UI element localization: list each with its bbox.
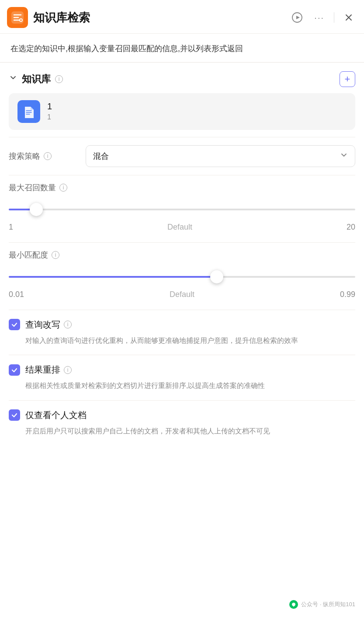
max-recall-track <box>9 209 355 210</box>
knowledge-info-icon[interactable]: i <box>55 75 63 83</box>
more-button[interactable]: ··· <box>312 11 326 24</box>
min-match-max: 0.99 <box>340 290 355 299</box>
result-rerank-desc: 根据相关性或质量对检索到的文档切片进行重新排序,以提高生成答案的准确性 <box>9 380 355 391</box>
max-recall-label-row: 最大召回数量 i <box>9 182 355 193</box>
max-recall-slider[interactable] <box>9 201 355 218</box>
min-match-thumb[interactable] <box>210 270 223 283</box>
query-rewrite-header: 查询改写 i <box>9 319 355 331</box>
personal-docs-title: 仅查看个人文档 <box>25 409 87 421</box>
knowledge-section-header: 知识库 i + <box>9 63 355 93</box>
query-rewrite-title: 查询改写 i <box>25 319 72 331</box>
knowledge-item[interactable]: 1 1 <box>9 93 355 130</box>
query-rewrite-checkbox[interactable] <box>9 319 20 330</box>
add-knowledge-button[interactable]: + <box>340 71 355 87</box>
max-recall-info-icon[interactable]: i <box>59 184 67 192</box>
page-title: 知识库检索 <box>33 10 284 25</box>
min-match-values: 0.01 Default 0.99 <box>9 290 355 299</box>
max-recall-section: 最大召回数量 i 1 Default 20 <box>9 175 355 242</box>
query-rewrite-desc: 对输入的查询语句进行优化重构，从而能够更准确地捕捉用户意图，提升信息检索的效率 <box>9 335 355 346</box>
min-match-default: Default <box>170 290 194 299</box>
max-recall-label: 最大召回数量 <box>9 182 56 193</box>
knowledge-item-icon <box>17 100 40 123</box>
search-strategy-value: 混合 <box>93 151 109 161</box>
personal-docs-header: 仅查看个人文档 <box>9 409 355 421</box>
result-rerank-section: 结果重排 i 根据相关性或质量对检索到的文档切片进行重新排序,以提高生成答案的准… <box>9 355 355 400</box>
personal-docs-checkbox[interactable] <box>9 409 20 421</box>
query-rewrite-section: 查询改写 i 对输入的查询语句进行优化重构，从而能够更准确地捕捉用户意图，提升信… <box>9 310 355 355</box>
min-match-slider[interactable] <box>9 268 355 286</box>
knowledge-name: 1 <box>47 101 52 112</box>
header: 知识库检索 ··· <box>0 0 364 34</box>
result-rerank-header: 结果重排 i <box>9 364 355 376</box>
collapse-chevron-icon[interactable] <box>9 73 17 84</box>
main-content: 知识库 i + 1 1 搜索策略 i 混合 <box>0 63 364 446</box>
min-match-section: 最小匹配度 i 0.01 Default 0.99 <box>9 242 355 310</box>
personal-docs-desc: 开启后用户只可以搜索用户自己上传的文档，开发者和其他人上传的文档不可见 <box>9 426 355 437</box>
dropdown-arrow-icon <box>340 151 348 161</box>
min-match-label: 最小匹配度 <box>9 250 48 260</box>
description: 在选定的知识中,根据输入变量召回最匹配的信息,并以列表形式返回 <box>0 34 364 63</box>
watermark: 公众号 · 纵所周知101 <box>289 600 355 609</box>
max-recall-range: 1 Default 20 <box>9 223 355 232</box>
close-button[interactable] <box>342 11 355 24</box>
search-strategy-label: 搜索策略 i <box>9 151 79 161</box>
header-actions: ··· <box>290 10 355 25</box>
svg-marker-3 <box>296 16 300 19</box>
result-rerank-checkbox[interactable] <box>9 364 20 376</box>
personal-docs-section: 仅查看个人文档 开启后用户只可以搜索用户自己上传的文档，开发者和其他人上传的文档… <box>9 400 355 446</box>
play-button[interactable] <box>290 10 305 25</box>
max-recall-default: Default <box>167 223 192 232</box>
result-rerank-title: 结果重排 i <box>25 364 72 376</box>
min-match-min: 0.01 <box>9 290 24 299</box>
knowledge-section-title: 知识库 <box>22 73 51 86</box>
search-strategy-control: 混合 <box>86 145 355 167</box>
watermark-text: 公众号 · 纵所周知101 <box>301 601 355 608</box>
result-rerank-info-icon[interactable]: i <box>64 366 72 374</box>
max-recall-values: 1 Default 20 <box>9 223 355 232</box>
query-rewrite-info-icon[interactable]: i <box>64 321 72 328</box>
max-recall-max: 20 <box>347 223 355 232</box>
header-divider <box>334 12 334 23</box>
search-strategy-info-icon[interactable]: i <box>44 152 52 160</box>
max-recall-thumb[interactable] <box>30 203 43 216</box>
section-header-left: 知识库 i <box>9 73 63 86</box>
knowledge-info: 1 1 <box>47 101 52 121</box>
search-strategy-dropdown[interactable]: 混合 <box>86 145 355 167</box>
app-logo <box>7 7 28 28</box>
min-match-label-row: 最小匹配度 i <box>9 250 355 260</box>
min-match-range: 0.01 Default 0.99 <box>9 290 355 299</box>
search-strategy-row: 搜索策略 i 混合 <box>9 137 355 175</box>
max-recall-min: 1 <box>9 223 13 232</box>
knowledge-id: 1 <box>47 113 52 121</box>
min-match-fill <box>9 276 217 278</box>
min-match-info-icon[interactable]: i <box>52 251 59 259</box>
